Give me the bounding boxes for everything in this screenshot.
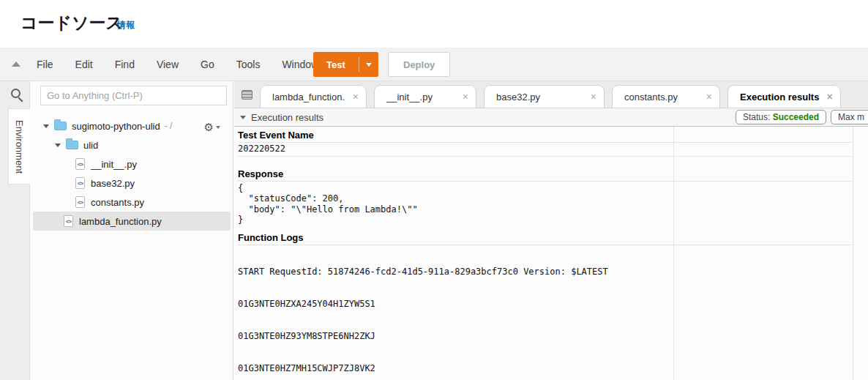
tree-item-init-py[interactable]: <> __init__.py	[33, 154, 231, 174]
tab-label: lambda_function.	[272, 92, 345, 103]
collapse-section-icon[interactable]	[240, 116, 246, 119]
close-icon[interactable]: ×	[353, 91, 359, 103]
python-file-icon: <>	[75, 158, 85, 170]
tree-settings-button[interactable]: ⚙	[204, 118, 220, 137]
execution-results-title: Execution results	[251, 112, 323, 123]
tab-label: base32.py	[496, 92, 540, 103]
file-explorer-panel: ⚙ sugimoto-python-ulid - / ulid <> __ini…	[30, 81, 233, 380]
tab-init-py[interactable]: __init__.py ×	[374, 85, 476, 108]
search-icon[interactable]	[11, 89, 20, 98]
page-title: コードソース	[20, 12, 123, 34]
tab-list-icon[interactable]	[242, 90, 252, 100]
test-split-button[interactable]: Test	[313, 52, 378, 77]
python-file-icon: <>	[75, 196, 85, 208]
tree-item-label: sugimoto-python-ulid	[72, 121, 160, 132]
tree-item-label: base32.py	[91, 178, 135, 189]
chevron-down-icon	[216, 126, 220, 129]
file-tree: ⚙ sugimoto-python-ulid - / ulid <> __ini…	[30, 116, 233, 231]
menu-item-file[interactable]: File	[37, 59, 53, 70]
tree-item-label: ulid	[83, 140, 98, 151]
status-value: Succeeded	[773, 112, 819, 122]
tree-item-suffix: - /	[165, 121, 173, 131]
log-line: START RequestId: 51874246-fcd2-41d5-911a…	[238, 267, 853, 277]
tree-item-constants-py[interactable]: <> constants.py	[33, 193, 231, 212]
tab-label: __init__.py	[386, 92, 433, 103]
tree-item-lambda-function-py[interactable]: <> lambda_function.py	[33, 212, 231, 231]
test-event-name-value: 202220522	[238, 143, 853, 157]
folder-icon	[66, 141, 78, 149]
test-dropdown-button[interactable]	[359, 52, 378, 77]
function-logs: START RequestId: 51874246-fcd2-41d5-911a…	[238, 245, 868, 380]
gear-icon: ⚙	[204, 121, 214, 134]
close-icon[interactable]: ×	[706, 91, 712, 103]
tree-item-base32-py[interactable]: <> base32.py	[33, 174, 231, 193]
close-icon[interactable]: ×	[591, 91, 596, 103]
folder-icon	[54, 122, 67, 130]
goto-anything-input[interactable]	[40, 86, 227, 105]
tree-item-label: lambda_function.py	[79, 216, 162, 227]
status-label: Status:	[743, 112, 770, 122]
page-header: コードソース 情報	[0, 0, 868, 48]
function-logs-heading: Function Logs	[238, 231, 853, 245]
status-badges: Status: Succeeded Max m	[736, 110, 868, 124]
menu-items: File Edit Find View Go Tools Window	[37, 48, 318, 81]
python-file-icon: <>	[64, 215, 73, 227]
tab-constants-py[interactable]: constants.py ×	[612, 85, 720, 108]
max-memory-badge: Max m	[831, 110, 868, 124]
tab-label: Execution results	[740, 92, 819, 103]
tab-base32-py[interactable]: base32.py ×	[484, 85, 605, 108]
log-line: 01G3NTE0HZ7MH15CWJP7ZJ8VK2	[238, 363, 853, 374]
chevron-down-icon	[366, 63, 372, 67]
tree-item-label: constants.py	[91, 197, 144, 208]
menu-item-find[interactable]: Find	[115, 59, 135, 70]
editor-tab-bar: lambda_function. × __init__.py × base32.…	[234, 81, 868, 108]
expander-icon[interactable]	[43, 124, 49, 128]
expander-icon[interactable]	[55, 144, 61, 147]
response-heading: Response	[238, 168, 853, 182]
environment-tab[interactable]: Environment	[8, 108, 30, 185]
environment-tab-label: Environment	[14, 120, 25, 174]
menu-item-edit[interactable]: Edit	[75, 59, 93, 70]
test-button[interactable]: Test	[313, 52, 359, 77]
python-file-icon: <>	[75, 177, 85, 189]
tab-execution-results[interactable]: Execution results ×	[727, 85, 841, 108]
response-json: { "statusCode": 200, "body": "\"Hello fr…	[238, 183, 868, 226]
test-event-name-heading: Test Event Name	[238, 129, 853, 143]
menu-item-tools[interactable]: Tools	[236, 59, 261, 70]
execution-results-bar: Execution results Status: Succeeded Max …	[234, 108, 868, 127]
execution-results-content: Test Event Name 202220522 Response { "st…	[234, 127, 868, 380]
log-line: 01G3NTE0HZ93YM8STPE6NH2ZKJ	[238, 331, 853, 342]
close-icon[interactable]: ×	[463, 91, 468, 103]
menu-item-view[interactable]: View	[157, 59, 179, 70]
tab-label: constants.py	[624, 92, 678, 103]
tree-item-label: __init__.py	[91, 159, 137, 170]
editor-pane: lambda_function. × __init__.py × base32.…	[234, 81, 868, 380]
tab-lambda-function[interactable]: lambda_function. ×	[260, 85, 367, 108]
info-link[interactable]: 情報	[117, 19, 135, 31]
lambda-code-source-page: コードソース 情報 File Edit Find View Go Tools W…	[0, 0, 868, 380]
status-badge: Status: Succeeded	[736, 110, 826, 124]
collapse-menubar-icon[interactable]	[12, 62, 20, 67]
close-icon[interactable]: ×	[826, 91, 832, 103]
tree-item-root-folder[interactable]: sugimoto-python-ulid - /	[33, 116, 231, 135]
log-line: 01G3NTE0HZXA245Y04H1ZYW5S1	[238, 299, 853, 310]
menu-item-go[interactable]: Go	[201, 59, 214, 70]
deploy-button[interactable]: Deploy	[388, 52, 450, 77]
tree-item-ulid-folder[interactable]: ulid	[33, 135, 231, 154]
